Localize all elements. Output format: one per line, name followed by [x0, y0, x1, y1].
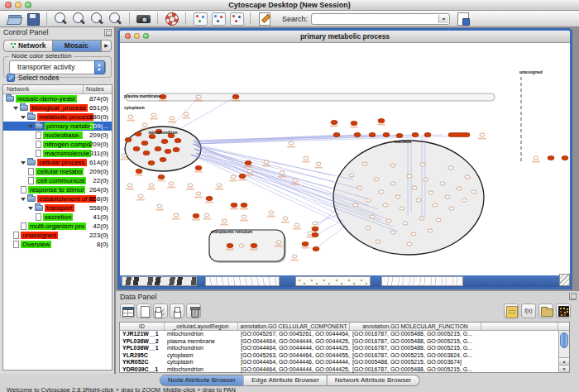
scroll-up-icon[interactable]: ▲ [559, 357, 569, 365]
resize-grip[interactable] [559, 274, 570, 286]
network-node[interactable] [122, 154, 127, 157]
network-node[interactable] [353, 203, 358, 207]
column-header[interactable]: annotation.GO MOLECULAR_FUNCTION [350, 323, 481, 330]
snapshot-icon[interactable] [136, 12, 151, 26]
network-node[interactable] [174, 213, 179, 217]
network-node[interactable] [239, 244, 244, 247]
save-icon[interactable] [25, 12, 41, 26]
tree-row[interactable]: cell communicat22(0) [3, 176, 112, 185]
network-node[interactable] [548, 155, 554, 160]
filter-tool-icon[interactable] [228, 12, 244, 26]
network-node[interactable] [184, 112, 189, 116]
network-node[interactable] [440, 182, 445, 185]
network-node[interactable] [357, 186, 362, 189]
network-node[interactable] [161, 139, 168, 143]
table-row[interactable]: YDR039C__1mitochondrion[GO:0044464, GO:0… [120, 366, 569, 374]
tree-header[interactable]: Network Nodes [3, 85, 112, 94]
network-node[interactable] [448, 133, 470, 137]
dropdown-stepper-icon[interactable] [94, 60, 105, 74]
open-icon[interactable] [7, 12, 22, 26]
network-graph[interactable]: plasma membranecytoplasmmitochondrionnuc… [120, 43, 570, 275]
network-node[interactable] [312, 232, 318, 237]
tree-row[interactable]: unassigned223(0) [3, 231, 112, 240]
network-node[interactable] [247, 170, 252, 173]
expander-icon[interactable] [21, 116, 26, 119]
zoom-selected-icon[interactable]: · [89, 12, 105, 26]
network-node[interactable] [127, 184, 132, 187]
importattr-icon[interactable] [538, 304, 553, 318]
network-node[interactable] [374, 178, 379, 181]
search-input[interactable] [313, 14, 436, 24]
network-node[interactable] [143, 151, 150, 155]
network-node[interactable] [302, 241, 309, 246]
network-node[interactable] [125, 137, 132, 141]
network-node[interactable] [313, 222, 318, 225]
editattr-icon[interactable] [504, 304, 519, 318]
window-titlebar[interactable]: Cytoscape Desktop (New Session) [0, 0, 579, 11]
network-node[interactable] [283, 217, 288, 220]
tree-row[interactable]: nucleobase-209(0) [3, 131, 112, 140]
network-node[interactable] [149, 184, 154, 187]
network-node[interactable] [222, 219, 227, 222]
column-header[interactable]: annotation.GO CELLULAR_COMPONENT [238, 323, 350, 330]
network-node[interactable] [383, 203, 388, 207]
float-panel-icon[interactable] [104, 29, 112, 36]
network-node[interactable] [292, 255, 297, 258]
table-scrollbar[interactable]: ▲ ▼ [558, 331, 569, 372]
column-header[interactable]: ID [120, 323, 165, 330]
network-node[interactable] [196, 95, 201, 98]
zoom-out-icon[interactable]: - [53, 12, 69, 26]
tree-row[interactable]: multi-organism pro42(0) [3, 222, 112, 231]
network-node[interactable] [416, 198, 421, 202]
network-node[interactable] [169, 182, 174, 185]
network-node[interactable] [294, 223, 299, 227]
network-node[interactable] [369, 132, 376, 136]
session-icon[interactable] [455, 12, 471, 26]
vizmapper-icon[interactable] [192, 12, 208, 26]
layout-tool-icon[interactable] [210, 12, 226, 26]
tree-row[interactable]: cellular process614(0) [3, 158, 112, 167]
network-node[interactable] [424, 132, 431, 136]
fx-icon[interactable]: f(x) [521, 304, 536, 318]
network-node[interactable] [433, 203, 438, 207]
network-node[interactable] [151, 113, 156, 117]
tree-row[interactable]: Overview8(0) [3, 240, 112, 249]
network-node[interactable] [160, 94, 166, 98]
network-node[interactable] [232, 94, 239, 98]
network-window-titlebar[interactable]: primary metabolic process [120, 31, 570, 43]
network-node[interactable] [428, 191, 433, 194]
network-node[interactable] [480, 133, 485, 136]
network-node[interactable] [242, 215, 246, 218]
network-node[interactable] [148, 160, 155, 165]
network-node[interactable] [445, 195, 450, 198]
network-node[interactable] [135, 131, 141, 136]
minimize-button[interactable] [15, 2, 22, 8]
network-node[interactable] [448, 166, 453, 170]
tree-row[interactable]: primary metabo209(... [3, 122, 112, 131]
network-node[interactable] [354, 132, 361, 136]
network-node[interactable] [423, 178, 428, 181]
expander-icon[interactable] [28, 125, 33, 128]
network-node[interactable] [293, 179, 298, 182]
network-node[interactable] [390, 182, 395, 185]
network-node[interactable] [149, 134, 156, 138]
network-node[interactable] [128, 115, 133, 118]
network-canvas[interactable]: plasma membranecytoplasmmitochondrionnuc… [120, 43, 570, 275]
network-node[interactable] [133, 146, 140, 151]
network-node[interactable] [276, 241, 281, 244]
network-node[interactable] [412, 186, 417, 189]
background-window-strip[interactable] [122, 276, 197, 286]
background-window-strip[interactable] [205, 276, 280, 286]
zoom-in-icon[interactable]: + [71, 12, 87, 26]
network-node[interactable] [378, 118, 385, 122]
column-header[interactable] [481, 323, 558, 330]
tab-network-attribute-browser[interactable]: Network Attribute Browser [328, 375, 419, 386]
tree-row[interactable]: metabolic process280(0) [3, 112, 112, 122]
network-node[interactable] [245, 160, 251, 165]
trash-icon[interactable] [186, 304, 201, 318]
network-node[interactable] [231, 175, 236, 179]
table-row[interactable]: YLR295Ccytoplasm[GO:0045263, GO:0044464,… [120, 352, 569, 360]
network-node[interactable] [465, 175, 470, 179]
network-node[interactable] [400, 207, 404, 210]
table-row[interactable]: YJR121W__1mitochondrion[GO:0045267, GO:0… [120, 331, 569, 338]
